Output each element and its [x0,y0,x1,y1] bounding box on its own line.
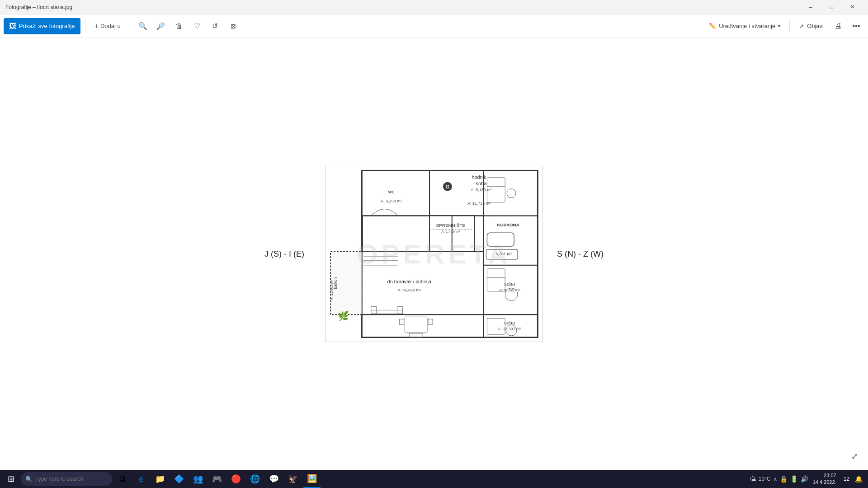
print-button[interactable]: 🖨 [830,18,846,34]
task-view-button[interactable]: ⧉ [113,470,131,488]
svg-text:A: 45,860 m²: A: 45,860 m² [398,288,421,292]
weather-icon: 🌤 [750,475,756,483]
svg-text:balkon: balkon [333,277,338,289]
notification-icon[interactable]: 🔔 [855,475,863,483]
photos-app[interactable]: 🖼️ [303,470,321,488]
edge-app[interactable]: 𝕖 [132,470,150,488]
network-icon[interactable]: 🔒 [780,475,788,483]
delete-button[interactable]: 🗑 [171,18,187,34]
separator-3 [789,20,790,33]
delete-icon: 🗑 [175,22,183,30]
rotate-icon: ↺ [212,22,218,30]
chrome-app[interactable]: 🌐 [246,470,264,488]
app9[interactable]: 🦅 [284,470,302,488]
chevron-down-icon: ▾ [778,23,780,28]
svg-text:KUPAONA: KUPAONA [497,222,519,227]
clock-time: 23:07 [824,472,836,479]
explorer-icon: 📁 [155,474,165,484]
share-button[interactable]: ↗ Objavi [794,18,828,34]
taskbar-search[interactable]: 🔍 [21,472,112,486]
app9-icon: 🦅 [288,474,298,484]
main-content: J (S) - I (E) S (N) - Z (W) OPERETA [0,38,868,470]
whatsapp-icon: 💬 [269,474,279,484]
zoom-out-icon: 🔎 [156,22,165,30]
svg-text:wc: wc [388,189,395,194]
svg-text:A: 9,365 m²: A: 9,365 m² [499,288,520,292]
share-icon: ↗ [799,23,804,30]
more-icon: ••• [853,22,860,30]
expand-icon: ⤢ [851,451,858,461]
search-input[interactable] [35,476,108,482]
crop-button[interactable]: ⊠ [225,18,241,34]
explorer-app[interactable]: 📁 [151,470,169,488]
plus-icon: + [94,22,99,30]
minimize-button[interactable]: ─ [800,0,821,14]
maximize-button[interactable]: □ [821,0,842,14]
teams-icon: 👥 [193,474,203,484]
svg-text:dn boravak i kuhinja: dn boravak i kuhinja [387,279,432,284]
start-button[interactable]: ⊞ [2,470,20,488]
chrome-icon: 🌐 [250,474,260,484]
svg-text:A: 11,715 m²: A: 11,715 m² [467,201,491,206]
svg-text:soba: soba [476,181,487,186]
heart-icon: ♡ [194,22,200,30]
titlebar: Fotografije – tlocrt stana.jpg ─ □ ✕ [0,0,868,14]
battery-icon[interactable]: 🔋 [790,475,798,483]
system-clock[interactable]: 23:07 14.4.2022. [811,472,838,486]
toolbar-right: ✏️ Uređivanje i stvaranje ▾ ↗ Objavi 🖨 •… [704,18,864,34]
svg-text:A: 8,180 m²: A: 8,180 m² [471,188,491,192]
more-button[interactable]: ••• [848,18,864,34]
teams-app[interactable]: 👥 [189,470,207,488]
edit-icon: ✏️ [709,23,716,29]
svg-text:A: 11,605 m²: A: 11,605 m² [330,280,334,300]
svg-text:soba: soba [504,320,515,325]
window-title: Fotografije – tlocrt stana.jpg [5,4,72,10]
crop-icon: ⊠ [231,23,236,30]
whatsapp-app[interactable]: 💬 [265,470,283,488]
show-all-photos-button[interactable]: 🖼 Prikaži sve fotografije [4,18,80,34]
steam-app[interactable]: 🎮 [208,470,226,488]
toolbar: 🖼 Prikaži sve fotografije + Dodaj u 🔍 🔎 … [0,14,868,38]
task-view-icon: ⧉ [119,474,125,484]
print-icon: 🖨 [835,22,842,30]
svg-text:5,261 m²: 5,261 m² [496,252,512,256]
volume-icon[interactable]: 🔊 [801,475,808,483]
opera-icon: 🔴 [231,474,241,484]
svg-text:soba: soba [504,281,515,286]
svg-text:SPREMNIŠTE: SPREMNIŠTE [436,223,466,228]
svg-text:A: 13,392 m²: A: 13,392 m² [498,327,521,331]
clock-date: 14.4.2022. [813,479,836,486]
svg-text:hodnik: hodnik [472,174,486,180]
taskbar: ⊞ 🔍 ⧉ 𝕖 📁 🔷 👥 🎮 🔴 🌐 💬 🦅 🖼️ 🌤 [0,470,868,488]
search-icon: 🔍 [25,476,33,483]
add-button[interactable]: + Dodaj u [90,18,125,34]
temperature-label: 10°C [759,476,771,482]
zoom-in-icon: 🔍 [138,22,147,30]
svg-text:🌿: 🌿 [338,310,349,321]
rotate-button[interactable]: ↺ [207,18,223,34]
zoom-out-button[interactable]: 🔎 [153,18,169,34]
zoom-in-button[interactable]: 🔍 [135,18,151,34]
photos-icon: 🖼 [9,22,16,30]
steam-icon: 🎮 [212,474,222,484]
language-indicator[interactable]: 12 [841,476,852,482]
expand-button[interactable]: ⤢ [848,450,861,463]
opera-app[interactable]: 🔴 [227,470,245,488]
edit-button[interactable]: ✏️ Uređivanje i stvaranje ▾ [704,18,785,34]
direction-label-right: S (N) - Z (W) [557,249,604,259]
window-controls: ─ □ ✕ [800,0,863,14]
svg-text:A: 4,254 m²: A: 4,254 m² [381,199,401,203]
direction-label-left: J (S) - I (E) [264,249,304,259]
floorplan-svg: G 🌿 wc A: 4,254 m² soba A: 8,180 m² hodn… [326,166,542,342]
windows-icon: ⊞ [8,474,14,484]
azure-app[interactable]: 🔷 [170,470,188,488]
azure-icon: 🔷 [174,474,184,484]
tray-expand-icon[interactable]: ∧ [774,476,777,482]
separator-1 [85,20,85,33]
photos-icon: 🖼️ [307,474,317,483]
close-button[interactable]: ✕ [842,0,863,14]
svg-text:A: 1,456 m²: A: 1,456 m² [441,230,460,234]
svg-rect-1 [362,171,429,216]
edge-icon: 𝕖 [139,474,144,484]
heart-button[interactable]: ♡ [189,18,205,34]
